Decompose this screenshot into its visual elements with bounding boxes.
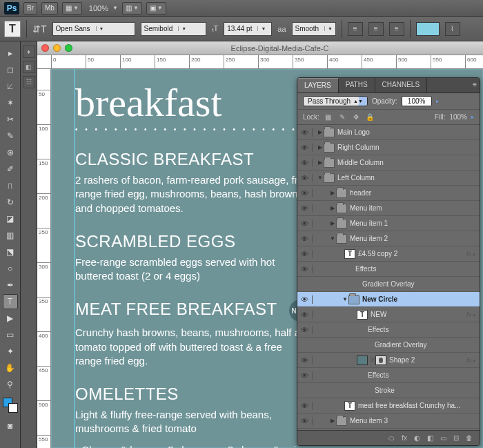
- visibility-icon[interactable]: 👁: [297, 159, 313, 167]
- visibility-icon[interactable]: 👁: [297, 326, 313, 334]
- layer-right-column[interactable]: 👁▶Right Column: [297, 140, 480, 155]
- layers-tree[interactable]: 👁▶Main Logo 👁▶Right Column 👁▶Middle Colu…: [297, 125, 480, 430]
- fx-row-gradient-2[interactable]: Gradient Overlay: [297, 338, 480, 353]
- arrange-documents-dropdown[interactable]: ▥▼: [122, 2, 142, 14]
- layer-shape-2[interactable]: 👁⛓Shape 2fx: [297, 353, 480, 368]
- history-brush-tool[interactable]: ↻: [3, 195, 18, 210]
- visibility-icon[interactable]: 👁: [297, 371, 313, 380]
- layer-menu-item-1[interactable]: 👁▶Menu item 1: [297, 216, 480, 231]
- fg-bg-swatch[interactable]: [3, 398, 18, 413]
- minibridge-button[interactable]: Mb: [41, 2, 58, 14]
- ruler-vertical[interactable]: 50 100 150 200 250 300 350 400 450 500 5…: [37, 69, 51, 448]
- stamp-tool[interactable]: ⎍: [3, 178, 18, 193]
- visibility-icon[interactable]: 👁: [297, 265, 313, 273]
- zoom-tool[interactable]: ⚲: [3, 377, 18, 392]
- fx-badge[interactable]: fx: [466, 357, 480, 364]
- layer-main-logo[interactable]: 👁▶Main Logo: [297, 125, 480, 140]
- document-titlebar[interactable]: Eclipse-Digital-Media-Cafe-C: [37, 41, 483, 55]
- warp-text-button[interactable]: ⌇: [445, 22, 460, 36]
- align-right-button[interactable]: ≡: [389, 22, 404, 36]
- hand-tool[interactable]: ✋: [3, 360, 18, 376]
- visibility-icon[interactable]: 👁: [297, 402, 313, 410]
- opacity-field[interactable]: 100%: [402, 96, 432, 106]
- blend-mode-dropdown[interactable]: Pass Through▲▼: [303, 96, 368, 106]
- move-tool[interactable]: ▸: [3, 46, 18, 61]
- tab-paths[interactable]: PATHS: [339, 78, 375, 92]
- layer-style-icon[interactable]: fx: [402, 434, 407, 442]
- layer-new-circle[interactable]: 👁▼New Circle: [297, 292, 480, 307]
- visibility-icon[interactable]: 👁: [297, 356, 313, 364]
- adjustment-layer-icon[interactable]: ◧: [427, 434, 433, 442]
- layer-price-text[interactable]: 👁T£4.59 copy 2fx: [297, 246, 480, 262]
- fx-row-gradient-1[interactable]: Gradient Overlay: [297, 277, 480, 292]
- fill-slider-icon[interactable]: ▸: [471, 114, 474, 120]
- shape-tool[interactable]: ▭: [3, 327, 18, 342]
- pen-tool[interactable]: ✒: [3, 277, 18, 293]
- visibility-icon[interactable]: 👁: [297, 417, 313, 425]
- font-family-dropdown[interactable]: Open Sans: [52, 22, 135, 36]
- visibility-icon[interactable]: 👁: [297, 174, 313, 182]
- text-orientation-icon[interactable]: ⇵T: [32, 23, 47, 35]
- lock-image-icon[interactable]: ✎: [337, 113, 347, 122]
- align-center-button[interactable]: ≡: [368, 22, 384, 36]
- 3d-tool[interactable]: ✦: [3, 344, 18, 359]
- fx-badge[interactable]: fx: [466, 251, 480, 257]
- visibility-icon[interactable]: 👁: [297, 250, 313, 258]
- close-window-icon[interactable]: [41, 44, 49, 52]
- blur-tool[interactable]: ⬔: [3, 244, 18, 260]
- visibility-icon[interactable]: 👁: [297, 295, 313, 304]
- fx-badge[interactable]: fx: [466, 311, 480, 318]
- panel-menu-icon[interactable]: ≡: [473, 81, 477, 88]
- align-left-button[interactable]: ≡: [348, 22, 363, 36]
- lock-position-icon[interactable]: ✥: [351, 113, 361, 122]
- layer-menu-item-3[interactable]: 👁▶Menu item 3: [297, 413, 480, 429]
- brush-tool[interactable]: ✐: [3, 162, 18, 177]
- bridge-button[interactable]: Br: [23, 2, 37, 14]
- fx-row-effects-1[interactable]: 👁Effects: [297, 262, 480, 277]
- visibility-icon[interactable]: 👁: [297, 220, 313, 228]
- lock-all-icon[interactable]: 🔒: [365, 113, 375, 122]
- minimize-window-icon[interactable]: [53, 44, 61, 52]
- visibility-icon[interactable]: 👁: [297, 235, 313, 243]
- quick-mask-toggle[interactable]: ◙: [3, 418, 18, 434]
- visibility-icon[interactable]: 👁: [297, 189, 313, 197]
- fx-row-effects-2[interactable]: 👁Effects: [297, 322, 480, 338]
- visibility-icon[interactable]: 👁: [297, 128, 313, 137]
- type-tool[interactable]: T: [3, 294, 18, 309]
- text-color-swatch[interactable]: [416, 22, 440, 36]
- new-layer-icon[interactable]: ⊟: [453, 434, 459, 442]
- crop-tool[interactable]: ✂: [3, 112, 18, 127]
- font-weight-dropdown[interactable]: Semibold: [141, 22, 206, 36]
- layer-mfb-text[interactable]: 👁Tmeat free breakfast Crunchy ha...: [297, 398, 480, 413]
- visibility-icon[interactable]: 👁: [297, 144, 313, 152]
- dodge-tool[interactable]: ○: [3, 261, 18, 276]
- tab-channels[interactable]: CHANNELS: [375, 78, 427, 92]
- layer-mask-icon[interactable]: ◐: [414, 434, 420, 442]
- zoom-window-icon[interactable]: [65, 44, 72, 52]
- eraser-tool[interactable]: ◪: [3, 211, 18, 226]
- layer-left-column[interactable]: 👁▼Left Column: [297, 171, 480, 186]
- opacity-slider-icon[interactable]: ▸: [436, 98, 439, 104]
- zoom-dropdown[interactable]: 100%▼: [86, 4, 118, 12]
- healing-tool[interactable]: ⊛: [3, 145, 18, 160]
- tab-layers[interactable]: LAYERS: [297, 78, 339, 92]
- gradient-tool[interactable]: ▥: [3, 228, 18, 243]
- view-extras-dropdown[interactable]: ▦▼: [62, 2, 82, 14]
- delete-layer-icon[interactable]: 🗑: [466, 434, 473, 442]
- anti-alias-dropdown[interactable]: Smooth: [292, 22, 336, 36]
- new-group-icon[interactable]: ▭: [440, 434, 446, 442]
- eyedropper-tool[interactable]: ✎: [3, 128, 18, 144]
- quick-select-tool[interactable]: ✶: [3, 95, 18, 110]
- marquee-tool[interactable]: ◻: [3, 62, 18, 77]
- lock-transparent-icon[interactable]: ▦: [324, 113, 333, 122]
- mini-panel-3[interactable]: ☷: [23, 76, 35, 88]
- layer-new-text[interactable]: 👁TNEWfx: [297, 307, 480, 322]
- mini-panel-1[interactable]: ♦: [23, 46, 35, 58]
- screen-mode-dropdown[interactable]: ▣▼: [146, 2, 166, 14]
- lasso-tool[interactable]: ⟀: [3, 79, 18, 94]
- visibility-icon[interactable]: 👁: [297, 204, 313, 213]
- ruler-horizontal[interactable]: 0 50 100 150 200 250 300 350 400 450 500…: [37, 55, 483, 69]
- font-size-dropdown[interactable]: 13.44 pt: [224, 22, 272, 36]
- layer-middle-column[interactable]: 👁▶Middle Column: [297, 155, 480, 171]
- layer-menu-item-2[interactable]: 👁▼Menu item 2: [297, 231, 480, 246]
